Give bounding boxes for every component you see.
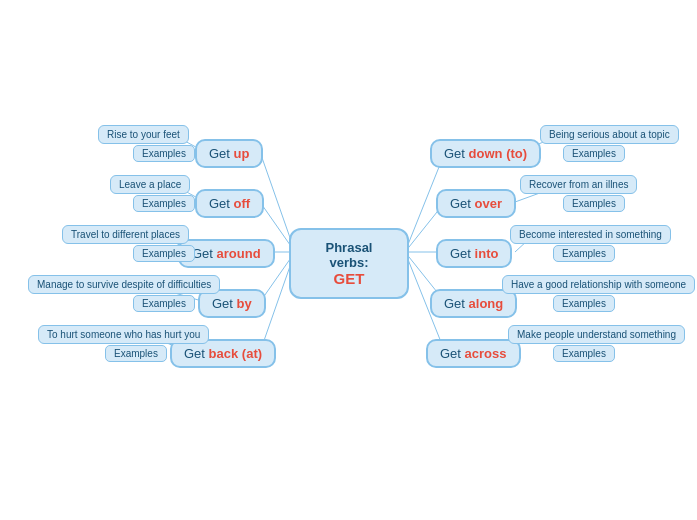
center-title: Phrasal verbs:	[309, 240, 389, 270]
get-label-into: Get	[450, 246, 471, 261]
verb-over[interactable]: Get over	[436, 189, 516, 218]
verb-label-by: by	[233, 296, 252, 311]
verb-label-over: over	[471, 196, 502, 211]
get-label-along: Get	[444, 296, 465, 311]
verb-label-around: around	[213, 246, 261, 261]
verb-across[interactable]: Get across	[426, 339, 521, 368]
get-label-up: Get	[209, 146, 230, 161]
desc-across: Make people understand something	[508, 325, 685, 344]
get-label-over: Get	[450, 196, 471, 211]
example-up[interactable]: Examples	[133, 145, 195, 162]
example-into[interactable]: Examples	[553, 245, 615, 262]
verb-label-up: up	[230, 146, 250, 161]
example-back[interactable]: Examples	[105, 345, 167, 362]
verb-along[interactable]: Get along	[430, 289, 517, 318]
verb-down[interactable]: Get down (to)	[430, 139, 541, 168]
desc-up: Rise to your feet	[98, 125, 189, 144]
verb-up[interactable]: Get up	[195, 139, 263, 168]
verb-label-along: along	[465, 296, 503, 311]
center-subtitle: GET	[309, 270, 389, 287]
example-over[interactable]: Examples	[563, 195, 625, 212]
desc-off: Leave a place	[110, 175, 190, 194]
example-down[interactable]: Examples	[563, 145, 625, 162]
example-around[interactable]: Examples	[133, 245, 195, 262]
example-along[interactable]: Examples	[553, 295, 615, 312]
verb-label-across: across	[461, 346, 507, 361]
get-label-across: Get	[440, 346, 461, 361]
desc-over: Recover from an illnes	[520, 175, 637, 194]
verb-into[interactable]: Get into	[436, 239, 512, 268]
verb-label-back: back (at)	[205, 346, 262, 361]
example-across[interactable]: Examples	[553, 345, 615, 362]
get-label-down: Get	[444, 146, 465, 161]
desc-around: Travel to different places	[62, 225, 189, 244]
get-label-back: Get	[184, 346, 205, 361]
desc-by: Manage to survive despite of difficultie…	[28, 275, 220, 294]
desc-down: Being serious about a topic	[540, 125, 679, 144]
get-label-off: Get	[209, 196, 230, 211]
center-node: Phrasal verbs: GET	[289, 228, 409, 299]
desc-into: Become interested in something	[510, 225, 671, 244]
example-by[interactable]: Examples	[133, 295, 195, 312]
verb-label-off: off	[230, 196, 250, 211]
verb-label-down: down (to)	[465, 146, 527, 161]
get-label-around: Get	[192, 246, 213, 261]
verb-label-into: into	[471, 246, 498, 261]
verb-off[interactable]: Get off	[195, 189, 264, 218]
get-label-by: Get	[212, 296, 233, 311]
desc-back: To hurt someone who has hurt you	[38, 325, 209, 344]
desc-along: Have a good relationship with someone	[502, 275, 695, 294]
example-off[interactable]: Examples	[133, 195, 195, 212]
